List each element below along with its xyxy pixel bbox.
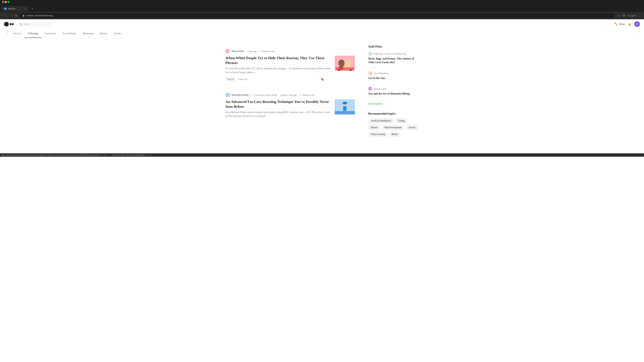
article-meta-2: Neeramitra Reddy ✓ in In Fitness And In … [226,93,355,97]
sp-title-3[interactable]: Zen and the Art of Mountain Biking [368,92,418,95]
window-close-button[interactable] [2,1,4,3]
star-button[interactable]: ☆ [617,13,621,18]
browser-toolbar: ← → ↻ 🔒 medium.com/?feed=following ☆ ⧉ I… [0,12,644,19]
tab-title: Medium [8,7,16,10]
tab-for-you-label: For you [13,32,21,35]
window-maximize-button[interactable] [8,1,10,3]
sp-avatar-1 [368,52,372,56]
write-label: Write [619,23,625,26]
member-label: Member-only [262,50,274,53]
new-tab-icon: + [32,7,33,10]
more-button[interactable]: ··· [327,77,331,82]
topic-ai[interactable]: Artificial Intelligence [368,118,394,123]
article-thumbnail-2 [335,99,355,114]
member-badge: ✦ Member-only [260,50,274,53]
sp-meta-2: Joan Westenberg [368,71,418,75]
active-browser-tab[interactable]: M Medium × [1,6,28,11]
article-content: When White People Try to Hide Their Raci… [226,56,355,82]
article-title[interactable]: When White People Try to Hide Their Raci… [226,56,331,65]
window-minimize-button[interactable] [5,1,7,3]
tab-marketing-label: Marketing [83,32,93,35]
notification-bell[interactable]: 🔔 [628,23,631,26]
search-bar[interactable]: 🔍 Search [16,21,54,27]
sp-title-1[interactable]: Birds, bugs, and beauty: The winners of … [368,57,418,64]
page: ■■ 🔍 Search ✏️ Write 🔔 A + For you Follo… [0,19,644,153]
sp-pub-1: in Down the Rabbit Hole [384,52,406,55]
meta-separator3: · [278,94,279,96]
article-tag[interactable]: Racism [226,77,236,81]
tab-social-media[interactable]: Social Media [59,29,80,38]
lock-icon: 🔒 [22,14,25,17]
star-icon-2: ✦ [300,94,302,96]
refresh-button[interactable]: ↻ [14,13,18,18]
thumbnail-illustration [335,56,355,71]
tab-leadership[interactable]: Leadership [42,29,59,38]
see-full-list-link[interactable]: See the full list [368,103,418,105]
save-button[interactable]: 🔖 [320,77,325,82]
article-title-2[interactable]: An Advanced Fat-Loss-Boosting Technique … [226,99,331,109]
svg-point-2 [345,59,351,67]
sp-author-2: Joan Westenberg [374,72,388,75]
topic-books[interactable]: Books [389,132,400,137]
member-label-2: Member-only [302,94,314,96]
address-bar[interactable]: 🔒 medium.com/?feed=following [20,13,615,18]
footer-actions: 🔖 ··· [320,77,331,82]
author-name-2[interactable]: Neeramitra Reddy [232,94,249,96]
logo-icon [4,22,9,26]
article-text: When White People Try to Hide Their Raci… [226,56,331,82]
forward-button[interactable]: → [8,13,13,18]
split-view-button[interactable]: ⧉ [622,13,626,18]
staff-pick-2: Joan Westenberg Get in the Van. [368,71,418,83]
sp-avatar-2 [368,71,372,75]
topic-web-dev[interactable]: Web Development [382,125,404,130]
author-avatar-2 [226,93,230,97]
topic-coding[interactable]: Coding [395,118,408,123]
write-button[interactable]: ✏️ Write [614,22,625,26]
member-badge-2: ✦ Member-only [300,94,314,96]
article-meta: Allison Wiltz · 1 hour ago · ✦ Member-on… [226,49,355,54]
topic-humor[interactable]: Humor [368,125,380,130]
read-time: 8 min read [238,78,247,81]
back-button[interactable]: ← [2,13,7,18]
tab-leadership-label: Leadership [45,32,56,35]
verified-icon: ✓ [250,94,252,96]
avatar[interactable]: A [634,21,640,27]
article-excerpt: To avoid the scarlet letter "R," they're… [226,66,331,74]
medium-logo[interactable]: ■■ [4,22,14,26]
browser-frame: M Medium × + ← → ↻ 🔒 medium.com/?feed=fo… [0,0,644,19]
article-excerpt-2: How Michael Phelps stayed six-pack lean … [226,110,331,118]
topic-society[interactable]: Society [406,125,418,130]
sidebar: Staff Picks Wikimedia in Down the Rabbit… [368,38,418,144]
new-tab-button[interactable]: + [29,5,36,12]
meta-separator: · [245,50,246,53]
tab-marketing[interactable]: Marketing [79,29,96,38]
window-controls[interactable] [2,1,10,3]
tab-javascript-label: JavaSc… [114,32,124,35]
browser-actions: ☆ ⧉ Incognito ⋮ [617,13,642,18]
article-text-2: An Advanced Fat-Loss-Boosting Technique … [226,99,331,120]
star-icon: ✦ [260,50,262,53]
staff-picks-title: Staff Picks [368,45,418,48]
author-name[interactable]: Allison Wiltz [232,50,244,53]
nav-more-button[interactable]: › [636,29,640,38]
url-text: medium.com/?feed=following [26,14,53,17]
tab-close-button[interactable]: × [24,7,26,10]
author-avatar [226,49,230,54]
tab-history[interactable]: History [96,29,111,38]
search-placeholder: Search [24,23,30,25]
topic-deep-learning[interactable]: Deep Learning [368,132,388,137]
sp-meta-3: Quentin Septer [368,87,418,91]
svg-point-1 [338,59,344,67]
tab-following[interactable]: Following [24,29,42,38]
status-url: https://medium.com/@allyfromnola/when-wh… [1,154,152,156]
tab-javascript[interactable]: JavaSc… [111,29,127,38]
more-options-button[interactable]: ⋮ [638,13,642,18]
sp-title-2[interactable]: Get in the Van. [368,76,418,80]
in-publication[interactable]: in In Fitness And In Health [254,94,277,96]
article-thumbnail [335,56,355,71]
tab-for-you[interactable]: For you [10,29,24,38]
add-topic-button[interactable]: + [4,29,10,38]
svg-point-11 [343,102,347,104]
thumbnail-illustration-2 [335,99,355,114]
staff-pick-1: Wikimedia in Down the Rabbit Hole Birds,… [368,52,418,68]
